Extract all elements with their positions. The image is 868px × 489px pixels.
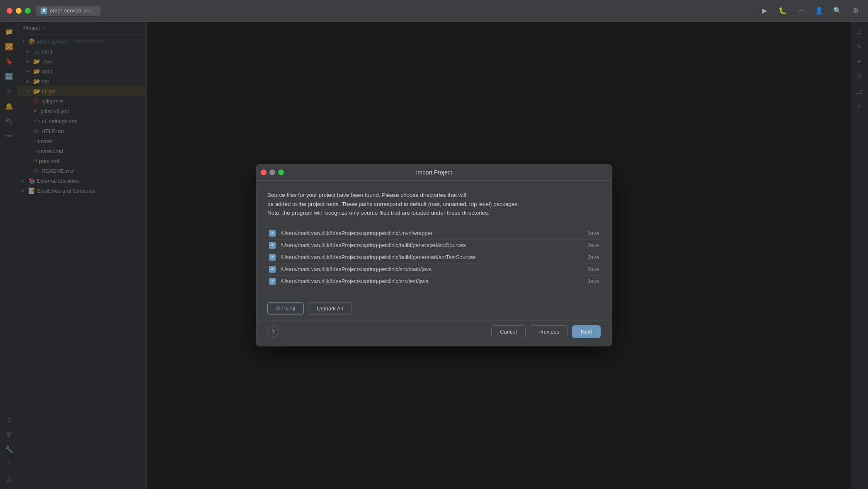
toolbar-right: ▶ 🐛 ⋯ 👤 🔍 ⚙ bbox=[759, 5, 861, 17]
minimize-button[interactable] bbox=[16, 8, 22, 14]
help-button[interactable]: ? bbox=[267, 326, 279, 337]
next-button[interactable]: Next bbox=[572, 325, 601, 338]
checkbox-4[interactable]: ✓ bbox=[269, 266, 276, 273]
tab-icon: 0 bbox=[41, 7, 47, 14]
source-list: ✓ /Users/marit.van.dijk/IdeaProjects/spr… bbox=[267, 228, 601, 287]
close-button[interactable] bbox=[7, 8, 12, 14]
source-row: ✓ /Users/marit.van.dijk/IdeaProjects/spr… bbox=[267, 252, 601, 264]
source-path-2: /Users/marit.van.dijk/IdeaProjects/sprin… bbox=[281, 242, 573, 248]
run-icon[interactable]: ▶ bbox=[759, 5, 770, 17]
settings-icon[interactable]: ⚙ bbox=[850, 5, 861, 17]
checkbox-1[interactable]: ✓ bbox=[269, 230, 276, 237]
modal-overlay: Import Project Source files for your pro… bbox=[0, 22, 868, 489]
dialog-footer-bottom: ? Cancel Previous Next bbox=[256, 320, 612, 346]
file-tab[interactable]: 0 order-service mai... bbox=[36, 6, 101, 16]
profile-icon[interactable]: 👤 bbox=[813, 5, 825, 17]
dialog-footer-top: Mark All Unmark All bbox=[256, 297, 612, 320]
dialog-titlebar: Import Project bbox=[256, 164, 612, 181]
search-icon[interactable]: 🔍 bbox=[832, 5, 843, 17]
debug-icon[interactable]: 🐛 bbox=[777, 5, 788, 17]
source-row: ✓ /Users/marit.van.dijk/IdeaProjects/spr… bbox=[267, 276, 601, 287]
tab-label: order-service bbox=[50, 7, 81, 14]
source-type-4: Java bbox=[578, 266, 599, 272]
cancel-button[interactable]: Cancel bbox=[491, 325, 525, 338]
mark-all-button[interactable]: Mark All bbox=[267, 302, 304, 315]
dialog-maximize-button[interactable] bbox=[278, 169, 284, 175]
checkbox-2[interactable]: ✓ bbox=[269, 242, 276, 249]
maximize-button[interactable] bbox=[25, 8, 31, 14]
traffic-lights bbox=[7, 8, 31, 14]
dialog-minimize-button bbox=[269, 169, 275, 175]
checkbox-3[interactable]: ✓ bbox=[269, 254, 276, 261]
unmark-all-button[interactable]: Unmark All bbox=[308, 302, 352, 315]
checkbox-5[interactable]: ✓ bbox=[269, 278, 276, 285]
source-path-4: /Users/marit.van.dijk/IdeaProjects/sprin… bbox=[281, 266, 573, 272]
source-row: ✓ /Users/marit.van.dijk/IdeaProjects/spr… bbox=[267, 228, 601, 240]
dialog-body: Source files for your project have been … bbox=[256, 181, 612, 297]
dialog-title: Import Project bbox=[416, 169, 452, 176]
source-row: ✓ /Users/marit.van.dijk/IdeaProjects/spr… bbox=[267, 240, 601, 252]
source-path-5: /Users/marit.van.dijk/IdeaProjects/sprin… bbox=[281, 278, 573, 284]
previous-button[interactable]: Previous bbox=[530, 325, 568, 338]
dialog-close-button[interactable] bbox=[261, 169, 267, 175]
more-icon[interactable]: ⋯ bbox=[795, 5, 807, 17]
source-row: ✓ /Users/marit.van.dijk/IdeaProjects/spr… bbox=[267, 264, 601, 276]
source-path-3: /Users/marit.van.dijk/IdeaProjects/sprin… bbox=[281, 254, 573, 260]
source-type-2: Java bbox=[578, 242, 599, 248]
source-type-3: Java bbox=[578, 254, 599, 260]
source-path-1: /Users/marit.van.dijk/IdeaProjects/sprin… bbox=[281, 230, 573, 236]
import-project-dialog: Import Project Source files for your pro… bbox=[256, 164, 612, 346]
branch-label: mai... bbox=[84, 8, 96, 14]
ide-container: 0 order-service mai... ▶ 🐛 ⋯ 👤 🔍 ⚙ 📁 🔀 🔖… bbox=[0, 0, 868, 489]
source-type-1: Java bbox=[578, 230, 599, 236]
source-type-5: Java bbox=[578, 278, 599, 284]
top-bar: 0 order-service mai... ▶ 🐛 ⋯ 👤 🔍 ⚙ bbox=[0, 0, 868, 22]
dialog-description: Source files for your project have been … bbox=[267, 191, 601, 218]
dialog-traffic-lights bbox=[261, 169, 284, 175]
